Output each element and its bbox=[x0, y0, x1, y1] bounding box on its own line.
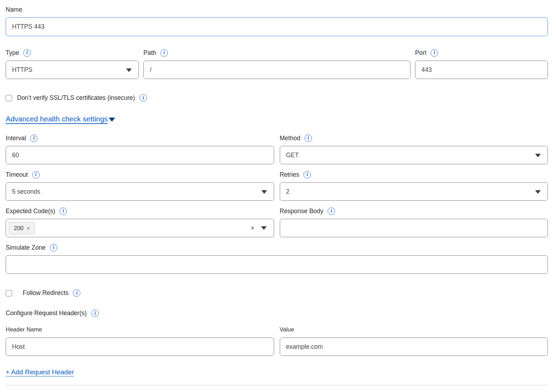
chevron-down-icon bbox=[261, 226, 267, 230]
timeout-select-value: 5 seconds bbox=[12, 188, 40, 195]
ssl-verify-checkbox[interactable] bbox=[6, 95, 12, 101]
response-body-label: Response Body i bbox=[280, 207, 548, 215]
interval-input[interactable] bbox=[6, 146, 274, 164]
request-headers-title: Configure Request Header(s) bbox=[6, 309, 87, 317]
info-icon[interactable]: i bbox=[305, 135, 312, 142]
info-icon[interactable]: i bbox=[23, 49, 31, 57]
port-input[interactable] bbox=[415, 61, 548, 79]
port-label: Port i bbox=[415, 49, 548, 57]
simulate-zone-input[interactable] bbox=[6, 255, 548, 274]
expected-codes-multiselect[interactable]: 200 × × bbox=[6, 219, 274, 237]
info-icon[interactable]: i bbox=[73, 289, 80, 297]
expected-codes-label: Expected Code(s) i bbox=[6, 207, 274, 215]
ssl-verify-label: Don't verify SSL/TLS certificates (insec… bbox=[17, 94, 135, 102]
name-input[interactable] bbox=[6, 17, 548, 36]
header-value-input[interactable] bbox=[280, 337, 548, 356]
section-divider bbox=[6, 385, 548, 385]
type-label: Type i bbox=[6, 49, 139, 57]
follow-redirects-checkbox[interactable] bbox=[6, 290, 12, 296]
response-body-input[interactable] bbox=[280, 219, 548, 237]
method-label: Method i bbox=[280, 134, 548, 142]
expected-code-tag-value: 200 bbox=[14, 225, 24, 232]
timeout-label: Timeout i bbox=[6, 171, 274, 178]
type-select[interactable]: HTTPS bbox=[6, 61, 139, 79]
header-name-input[interactable] bbox=[6, 337, 274, 356]
chevron-down-icon bbox=[261, 190, 267, 194]
info-icon[interactable]: i bbox=[328, 208, 335, 215]
chevron-down-icon bbox=[109, 118, 115, 122]
method-select[interactable]: GET bbox=[280, 146, 548, 164]
chevron-down-icon bbox=[535, 154, 541, 157]
method-select-value: GET bbox=[286, 152, 299, 159]
add-request-header-link[interactable]: + Add Request Header bbox=[6, 368, 74, 376]
retries-select[interactable]: 2 bbox=[280, 182, 548, 201]
path-input[interactable] bbox=[143, 61, 410, 79]
info-icon[interactable]: i bbox=[91, 309, 99, 317]
health-check-form: Name Type i HTTPS Path i Port i bbox=[0, 0, 556, 385]
header-name-column-label: Header Name bbox=[6, 326, 274, 333]
info-icon[interactable]: i bbox=[140, 94, 147, 102]
chevron-down-icon bbox=[535, 190, 541, 194]
type-select-value: HTTPS bbox=[12, 66, 32, 74]
retries-label: Retries i bbox=[280, 171, 548, 178]
info-icon[interactable]: i bbox=[431, 49, 438, 57]
advanced-settings-link[interactable]: Advanced health check settings bbox=[6, 115, 115, 123]
info-icon[interactable]: i bbox=[32, 171, 40, 178]
clear-all-icon[interactable]: × bbox=[251, 225, 255, 231]
timeout-select[interactable]: 5 seconds bbox=[6, 182, 274, 201]
info-icon[interactable]: i bbox=[303, 171, 311, 178]
path-label: Path i bbox=[143, 49, 410, 57]
retries-select-value: 2 bbox=[286, 188, 290, 195]
remove-tag-icon[interactable]: × bbox=[27, 226, 30, 231]
request-header-row: Header Name Value bbox=[6, 326, 548, 356]
name-label: Name bbox=[6, 6, 548, 13]
expected-code-tag: 200 × bbox=[9, 222, 35, 234]
follow-redirects-label: Follow Redirects bbox=[23, 289, 68, 297]
info-icon[interactable]: i bbox=[50, 244, 57, 251]
interval-label: Interval i bbox=[6, 134, 274, 142]
header-value-column-label: Value bbox=[280, 326, 548, 333]
info-icon[interactable]: i bbox=[59, 208, 67, 215]
info-icon[interactable]: i bbox=[30, 135, 38, 142]
info-icon[interactable]: i bbox=[160, 49, 168, 57]
chevron-down-icon bbox=[126, 68, 132, 72]
simulate-zone-label: Simulate Zone i bbox=[6, 244, 548, 251]
